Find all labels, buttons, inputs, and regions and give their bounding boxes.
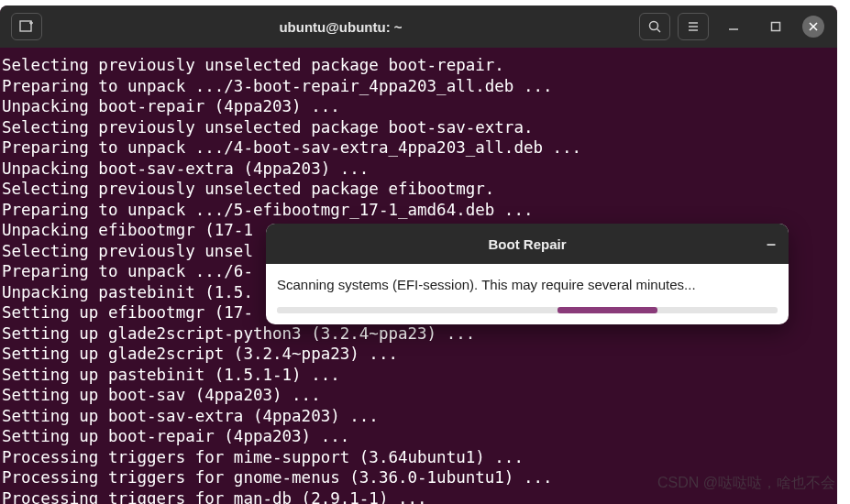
close-button[interactable] [802, 16, 824, 38]
dialog-message: Scanning systems (EFI-session). This may… [277, 277, 778, 292]
terminal-line: Preparing to unpack .../5-efibootmgr_17-… [0, 200, 837, 221]
boot-repair-dialog: Boot Repair – Scanning systems (EFI-sess… [266, 224, 789, 324]
menu-button[interactable] [678, 13, 709, 40]
terminal-line: Selecting previously unselected package … [0, 117, 837, 138]
svg-rect-9 [772, 23, 780, 31]
svg-point-3 [650, 22, 658, 30]
new-tab-button[interactable] [11, 13, 42, 40]
terminal-line: Preparing to unpack .../3-boot-repair_4p… [0, 76, 837, 97]
terminal-line: Setting up glade2script-python3 (3.2.4~p… [0, 323, 837, 345]
svg-line-4 [657, 29, 661, 33]
terminal-line: Setting up glade2script (3.2.4~ppa23) ..… [0, 344, 837, 365]
terminal-line: Unpacking boot-repair (4ppa203) ... [0, 96, 837, 117]
window-title: ubuntu@ubuntu: ~ [46, 19, 635, 35]
terminal-line: Unpacking boot-sav-extra (4ppa203) ... [0, 159, 837, 180]
watermark: CSDN @哒哒哒，啥也不会 [657, 474, 835, 493]
terminal-line: Selecting previously unselected package … [0, 55, 837, 76]
terminal-line: Selecting previously unselected package … [0, 179, 837, 200]
minimize-button[interactable] [722, 15, 745, 38]
terminal-line: Preparing to unpack .../4-boot-sav-extra… [0, 137, 837, 159]
terminal-line: Setting up boot-sav-extra (4ppa203) ... [0, 406, 837, 427]
maximize-button[interactable] [764, 15, 788, 38]
progress-bar-fill [557, 307, 657, 313]
dialog-minimize-button[interactable]: – [767, 235, 776, 254]
search-button[interactable] [639, 13, 670, 40]
progress-bar-track [277, 307, 778, 313]
dialog-body: Scanning systems (EFI-session). This may… [266, 264, 789, 324]
terminal-line: Setting up pastebinit (1.5.1-1) ... [0, 365, 837, 386]
terminal-line: Setting up boot-sav (4ppa203) ... [0, 385, 837, 406]
dialog-title: Boot Repair [266, 236, 789, 252]
dialog-header[interactable]: Boot Repair – [266, 224, 789, 264]
titlebar: ubuntu@ubuntu: ~ [0, 5, 837, 48]
terminal-line: Setting up boot-repair (4ppa203) ... [0, 426, 837, 447]
terminal-line: Processing triggers for mime-support (3.… [0, 447, 837, 468]
